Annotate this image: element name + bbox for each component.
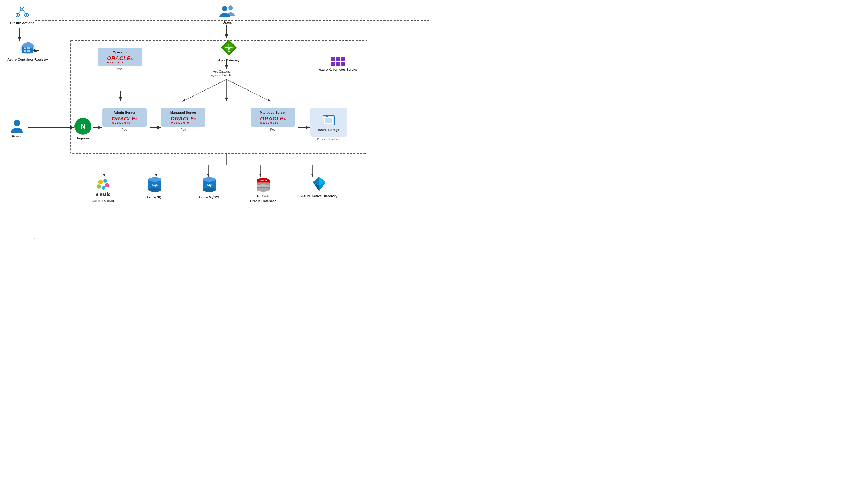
admin-node: Admin <box>10 118 24 139</box>
managed-server-2-pod-box: Managed Server ORACLE® WEBLOGIC <box>251 108 295 127</box>
svg-point-58 <box>102 186 105 190</box>
managed-server-1-pod-label: Pod <box>161 128 206 131</box>
svg-rect-37 <box>27 50 30 52</box>
azure-storage-label: Azure Storage <box>318 128 339 132</box>
managed-server-1-pod-box: Managed Server ORACLE® WEBLOGIC <box>161 108 206 127</box>
svg-line-28 <box>19 10 21 13</box>
oracle-weblogic-admin: ORACLE® WEBLOGIC <box>112 116 137 124</box>
oracle-db-icon: ORACLE <box>255 175 271 194</box>
elastic-cloud-label: Elastic Cloud <box>92 199 114 203</box>
azure-mysql-label: Azure MySQL <box>198 195 220 200</box>
aks-label: Azure Kubernetes Service <box>319 68 358 72</box>
ingress-label: Ingress <box>77 136 89 141</box>
oracle-weblogic-ms2: ORACLE® WEBLOGIC <box>260 116 286 124</box>
azure-mysql-icon: My <box>202 175 217 194</box>
svg-point-57 <box>105 183 109 187</box>
aks-icon <box>331 57 345 66</box>
svg-point-55 <box>98 180 103 185</box>
ingress-node: N Ingress <box>74 118 91 141</box>
svg-point-62 <box>148 188 161 192</box>
svg-point-76 <box>257 188 270 192</box>
svg-rect-35 <box>27 47 30 50</box>
operator-pod-box: Operator ORACLE® WEBLOGIC <box>98 47 142 66</box>
oracle-database-node: ORACLE ORACLE Oracle Database <box>250 175 277 203</box>
operator-title: Operator <box>113 50 127 54</box>
nginx-icon: N <box>74 118 91 135</box>
azure-storage-icon <box>321 113 336 127</box>
operator-pod: Operator ORACLE® WEBLOGIC Pod <box>98 47 142 71</box>
operator-pod-label: Pod <box>98 67 142 71</box>
elastic-brand: elastic <box>96 192 111 197</box>
svg-point-23 <box>21 8 23 10</box>
architecture-diagram: GitHub Actions Azure Container Registry <box>0 0 434 244</box>
svg-text:ORACLE: ORACLE <box>259 180 268 182</box>
azure-container-registry-label: Azure Container Registry <box>7 58 48 62</box>
users-icon <box>218 5 237 19</box>
aks-node: Azure Kubernetes Service <box>319 57 358 72</box>
oracle-text-operator: ORACLE <box>107 56 130 61</box>
managed-server-2-pod: Managed Server ORACLE® WEBLOGIC Pod <box>251 108 295 131</box>
azure-ad-node: Azure Active Directory <box>301 175 337 198</box>
managed-server-2-title: Managed Server <box>260 110 286 115</box>
svg-point-40 <box>29 44 34 47</box>
oracle-weblogic-operator: ORACLE® WEBLOGIC <box>107 56 132 64</box>
github-actions-node: GitHub Actions <box>10 5 34 26</box>
managed-server-2-pod-label: Pod <box>251 128 295 131</box>
persistent-volume-label: Persistent Volume <box>310 138 347 141</box>
svg-line-29 <box>24 10 26 13</box>
svg-point-27 <box>26 14 27 16</box>
svg-point-50 <box>14 120 20 126</box>
azure-ad-label: Azure Active Directory <box>301 194 337 198</box>
svg-point-42 <box>228 5 233 10</box>
azure-mysql-node: My Azure MySQL <box>198 175 220 200</box>
app-gateway-ingress-node: App GatewayIngress Controller <box>210 68 233 77</box>
svg-point-41 <box>222 6 227 11</box>
github-actions-icon <box>15 5 29 20</box>
svg-rect-36 <box>24 50 26 52</box>
svg-line-6 <box>182 79 226 101</box>
svg-point-63 <box>148 177 161 182</box>
svg-line-8 <box>226 79 271 101</box>
azure-storage-node: Azure Storage Persistent Volume <box>310 108 347 141</box>
weblogic-text-operator: WEBLOGIC <box>107 61 132 64</box>
admin-server-pod-box: Admin Server ORACLE® WEBLOGIC <box>102 108 147 127</box>
elastic-cloud-node: elastic Elastic Cloud <box>92 177 114 203</box>
svg-text:My: My <box>207 183 212 187</box>
managed-server-1-pod: Managed Server ORACLE® WEBLOGIC Pod <box>161 108 206 131</box>
svg-point-67 <box>203 188 216 192</box>
svg-point-59 <box>97 185 101 189</box>
admin-server-pod-label: Pod <box>102 128 147 131</box>
azure-container-registry-icon <box>19 40 37 56</box>
azure-container-registry-node: Azure Container Registry <box>7 40 48 62</box>
svg-point-25 <box>17 14 19 16</box>
admin-label: Admin <box>12 134 22 139</box>
svg-point-56 <box>103 179 107 183</box>
app-gateway-ingress-label: App GatewayIngress Controller <box>210 70 233 77</box>
svg-point-68 <box>203 177 216 182</box>
app-gateway-label: App Gateway <box>218 58 240 63</box>
svg-rect-34 <box>24 47 26 50</box>
oracle-database-label: Oracle Database <box>250 199 277 203</box>
azure-sql-label: Azure SQL <box>146 195 163 200</box>
oracle-weblogic-ms1: ORACLE® WEBLOGIC <box>170 116 196 124</box>
users-node: Users <box>218 5 237 25</box>
admin-icon <box>10 118 24 133</box>
azure-storage-box: Azure Storage <box>310 108 347 137</box>
azure-sql-icon: SQL <box>147 175 163 194</box>
app-gateway-icon <box>220 38 238 57</box>
users-label: Users <box>223 21 232 25</box>
admin-server-pod: Admin Server ORACLE® WEBLOGIC Pod <box>102 108 147 131</box>
admin-server-title: Admin Server <box>114 110 136 115</box>
azure-ad-icon <box>311 175 327 193</box>
svg-rect-54 <box>326 115 328 117</box>
elastic-icon <box>95 177 111 191</box>
managed-server-1-title: Managed Server <box>170 110 196 115</box>
azure-sql-node: SQL Azure SQL <box>146 175 163 200</box>
svg-rect-53 <box>325 118 332 123</box>
svg-text:SQL: SQL <box>152 183 159 187</box>
github-actions-label: GitHub Actions <box>10 21 34 26</box>
app-gateway-node: App Gateway <box>218 38 240 63</box>
